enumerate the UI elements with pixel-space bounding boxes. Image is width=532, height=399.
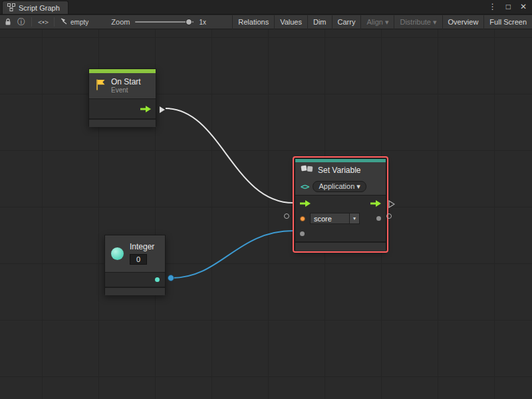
variable-name-field-group: score ▾ bbox=[310, 213, 360, 224]
titlebar: Script Graph ⋮ □ ✕ bbox=[0, 0, 532, 15]
toolbar-separator bbox=[54, 17, 55, 27]
toolbar-button-align[interactable]: Align ▾ bbox=[360, 15, 394, 29]
node-title: Set Variable bbox=[318, 166, 360, 175]
set-variable-ports: score ▾ bbox=[295, 196, 386, 241]
set-variable-value-output-stub[interactable] bbox=[386, 213, 392, 219]
selection-indicator: empty bbox=[61, 18, 88, 26]
set-variable-flow-output-stub[interactable] bbox=[388, 199, 395, 211]
variable-name-field[interactable]: score bbox=[310, 213, 350, 224]
wire-integer-to-setvariable bbox=[172, 231, 293, 278]
toolbar-left-group: ⓘ <•> empty bbox=[0, 17, 88, 28]
zoom-value: 1x bbox=[199, 19, 206, 26]
variables-icon bbox=[301, 164, 314, 176]
toolbar-button-carry[interactable]: Carry bbox=[332, 15, 361, 29]
integer-icon bbox=[111, 247, 124, 260]
tab-label: Script Graph bbox=[19, 4, 60, 12]
toolbar-buttons: Relations Values Dim Carry Align ▾ Distr… bbox=[232, 15, 532, 29]
integer-value-field[interactable]: 0 bbox=[130, 254, 147, 265]
flow-port-row bbox=[295, 196, 386, 211]
code-preview-icon[interactable]: <•> bbox=[38, 19, 48, 26]
toolbar-button-relations[interactable]: Relations bbox=[232, 15, 274, 29]
inspect-icon[interactable]: ⓘ bbox=[17, 17, 25, 28]
on-start-ports bbox=[89, 99, 156, 118]
script-graph-window: Script Graph ⋮ □ ✕ ⓘ <•> empty Zoom bbox=[0, 0, 532, 399]
variable-kind-icon: <> bbox=[301, 182, 309, 192]
toolbar-button-fullscreen[interactable]: Full Screen bbox=[483, 15, 532, 29]
variable-name-dropdown-caret[interactable]: ▾ bbox=[350, 213, 360, 224]
toolbar-button-distribute[interactable]: Distribute ▾ bbox=[394, 15, 442, 29]
integer-ports bbox=[105, 273, 165, 287]
integer-output-stub[interactable] bbox=[168, 275, 174, 281]
window-controls: ⋮ □ ✕ bbox=[489, 0, 532, 14]
node-set-variable[interactable]: Set Variable <> Application ▾ bbox=[295, 158, 386, 251]
node-title: Integer bbox=[130, 243, 154, 251]
flow-output-port[interactable] bbox=[140, 103, 151, 115]
window-maximize-icon[interactable]: □ bbox=[506, 0, 511, 14]
toolbar-button-overview[interactable]: Overview bbox=[442, 15, 484, 29]
zoom-slider[interactable] bbox=[135, 19, 194, 25]
toolbar-button-dim[interactable]: Dim bbox=[307, 15, 332, 29]
zoom-label: Zoom bbox=[111, 18, 130, 26]
variable-scope-dropdown[interactable]: Application ▾ bbox=[313, 181, 366, 192]
wire-onstart-to-setvariable bbox=[166, 108, 293, 203]
zoom-slider-knob[interactable] bbox=[186, 19, 192, 25]
node-on-start[interactable]: On Start Event bbox=[88, 68, 156, 126]
flow-output-port[interactable] bbox=[370, 198, 381, 209]
connection-wires bbox=[0, 29, 532, 399]
script-graph-icon bbox=[7, 3, 15, 13]
graph-canvas[interactable]: On Start Event Set Variabl bbox=[0, 29, 532, 399]
window-menu-icon[interactable]: ⋮ bbox=[489, 0, 497, 14]
on-start-flow-output-stub[interactable] bbox=[159, 104, 166, 116]
value-port-row bbox=[295, 226, 386, 241]
graph-toolbar: ⓘ <•> empty Zoom 1x Relations Values Dim… bbox=[0, 15, 532, 29]
node-subtitle: Event bbox=[111, 86, 141, 94]
value-output-port[interactable] bbox=[376, 216, 381, 221]
set-variable-header: Set Variable <> Application ▾ bbox=[295, 162, 386, 195]
on-start-header: On Start Event bbox=[89, 73, 156, 98]
selection-label: empty bbox=[70, 19, 88, 26]
node-title: On Start bbox=[111, 78, 141, 86]
integer-header: Integer 0 bbox=[105, 235, 165, 272]
variable-name-input-port[interactable] bbox=[300, 216, 305, 221]
integer-output-port[interactable] bbox=[155, 277, 160, 282]
value-input-port[interactable] bbox=[300, 231, 305, 236]
node-integer[interactable]: Integer 0 bbox=[104, 235, 166, 295]
zoom-control: Zoom 1x bbox=[111, 18, 206, 26]
window-close-icon[interactable]: ✕ bbox=[520, 0, 527, 14]
toolbar-button-values[interactable]: Values bbox=[274, 15, 307, 29]
toolbar-separator bbox=[31, 17, 32, 27]
lock-icon[interactable] bbox=[5, 18, 11, 26]
flow-input-port[interactable] bbox=[300, 198, 311, 209]
name-port-row: score ▾ bbox=[295, 211, 386, 226]
pointer-icon bbox=[61, 18, 68, 26]
flag-icon bbox=[94, 78, 106, 94]
tab-script-graph[interactable]: Script Graph bbox=[2, 1, 68, 14]
set-variable-name-input-stub[interactable] bbox=[284, 213, 289, 219]
